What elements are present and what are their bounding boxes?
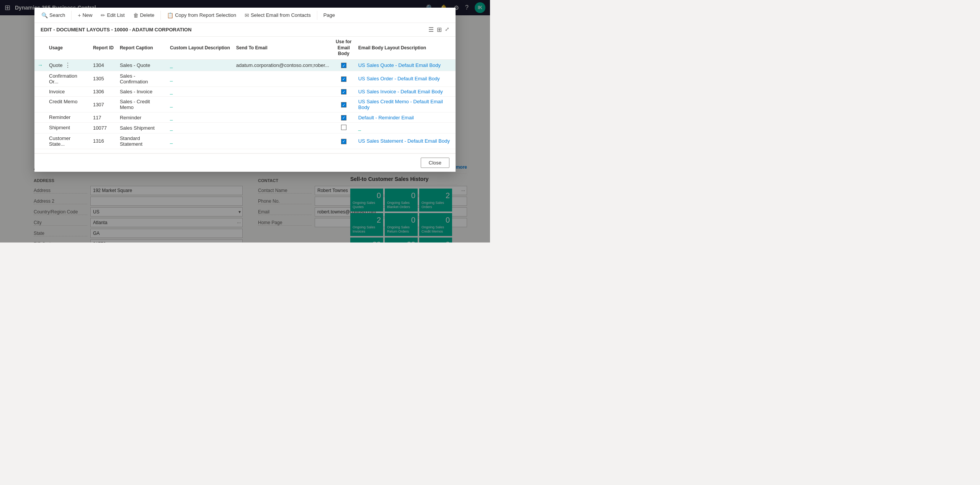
custom-layout-link[interactable]: _ <box>170 76 173 81</box>
row-use-email-body[interactable]: ✓ <box>332 86 355 97</box>
table-row[interactable]: Invoice1306Sales - Invoice_✓US Sales Inv… <box>34 86 456 97</box>
edit-list-button[interactable]: ✏ Edit List <box>97 11 128 20</box>
row-usage: Invoice <box>46 87 90 96</box>
row-report-caption: Sales Shipment <box>117 122 167 133</box>
row-arrow-cell <box>34 122 46 133</box>
list-view-icon[interactable]: ☰ <box>428 26 434 33</box>
table-row[interactable]: →Quote⋮1304Sales - Quote_adatum.corporat… <box>34 59 456 71</box>
checkbox-unchecked[interactable] <box>341 125 346 130</box>
modal-title-icons: ☰ ⊞ ⤢ <box>428 26 449 33</box>
custom-layout-link[interactable]: _ <box>170 115 173 120</box>
delete-icon: 🗑 <box>133 12 139 18</box>
row-send-to-email <box>233 97 332 112</box>
custom-layout-link[interactable]: _ <box>170 89 173 94</box>
table-row[interactable]: Credit Memo1307Sales - Credit Memo_✓US S… <box>34 97 456 112</box>
table-row[interactable]: Shipment10077Sales Shipment__ <box>34 122 456 133</box>
th-report-caption[interactable]: Report Caption <box>117 37 167 59</box>
checkbox-checked[interactable]: ✓ <box>341 76 346 82</box>
checkbox-checked[interactable]: ✓ <box>341 63 346 68</box>
row-report-caption: Sales - Confirmation <box>117 71 167 86</box>
email-body-layout-link[interactable]: US Sales Statement - Default Email Body <box>358 138 450 144</box>
th-usage[interactable]: Usage <box>46 37 90 59</box>
row-custom-layout[interactable]: _ <box>167 71 233 86</box>
th-send-to-email[interactable]: Send To Email <box>233 37 332 59</box>
checkbox-checked[interactable]: ✓ <box>341 115 346 120</box>
th-arrow <box>34 37 46 59</box>
email-body-layout-empty-link[interactable]: _ <box>358 125 361 131</box>
expand-icon[interactable]: ⤢ <box>445 26 449 33</box>
checkbox-checked[interactable]: ✓ <box>341 139 346 144</box>
th-use-for-email-body[interactable]: Use for Email Body <box>332 37 355 59</box>
row-context-menu-icon[interactable]: ⋮ <box>65 62 71 69</box>
custom-layout-link[interactable]: _ <box>170 138 173 144</box>
th-custom-layout[interactable]: Custom Layout Description <box>167 37 233 59</box>
row-email-body-layout: US Sales Statement - Default Email Body <box>355 133 456 149</box>
row-send-to-email <box>233 71 332 86</box>
row-report-id: 1305 <box>90 71 117 86</box>
custom-layout-link[interactable]: _ <box>170 62 173 68</box>
email-body-layout-link[interactable]: US Sales Quote - Default Email Body <box>358 62 441 68</box>
usage-text: Credit Memo <box>49 99 77 104</box>
th-email-body-layout[interactable]: Email Body Layout Description <box>355 37 456 59</box>
row-use-email-body[interactable]: ✓ <box>332 112 355 123</box>
row-custom-layout[interactable]: _ <box>167 112 233 123</box>
checkbox-checked[interactable]: ✓ <box>341 102 346 107</box>
row-report-id: 117 <box>90 112 117 123</box>
select-email-button[interactable]: ✉ Select Email from Contacts <box>241 11 315 20</box>
row-use-email-body[interactable] <box>332 149 355 153</box>
email-body-layout-link[interactable]: US Sales Credit Memo - Default Email Bod… <box>358 99 443 110</box>
usage-text: Shipment <box>49 125 70 130</box>
row-report-caption <box>117 149 167 153</box>
row-custom-layout[interactable]: _ <box>167 59 233 71</box>
row-custom-layout[interactable]: _ <box>167 122 233 133</box>
email-icon: ✉ <box>245 12 249 18</box>
edit-list-icon: ✏ <box>101 12 105 18</box>
table-row[interactable] <box>34 149 456 153</box>
usage-text: Customer State... <box>49 135 87 147</box>
row-arrow-cell <box>34 133 46 149</box>
copy-from-report-button[interactable]: 📋 Copy from Report Selection <box>163 11 240 20</box>
table-row[interactable]: Reminder117Reminder_✓Default - Reminder … <box>34 112 456 123</box>
table-row[interactable]: Confirmation Or...1305Sales - Confirmati… <box>34 71 456 86</box>
row-use-email-body[interactable]: ✓ <box>332 59 355 71</box>
row-report-id <box>90 149 117 153</box>
row-use-email-body[interactable] <box>332 122 355 133</box>
row-use-email-body[interactable]: ✓ <box>332 133 355 149</box>
search-button[interactable]: 🔍 Search <box>38 11 69 20</box>
th-report-id[interactable]: Report ID <box>90 37 117 59</box>
delete-button[interactable]: 🗑 Delete <box>129 11 158 20</box>
row-send-to-email: adatum.corporation@contoso.com;rober... <box>233 59 332 71</box>
row-custom-layout[interactable]: _ <box>167 97 233 112</box>
row-send-to-email <box>233 112 332 123</box>
row-report-caption: Sales - Quote <box>117 59 167 71</box>
row-usage: Shipment <box>46 123 90 132</box>
table-row[interactable]: Customer State...1316Standard Statement_… <box>34 133 456 149</box>
grid-view-icon[interactable]: ⊞ <box>437 26 442 33</box>
new-button[interactable]: + New <box>74 11 96 20</box>
row-use-email-body[interactable]: ✓ <box>332 71 355 86</box>
email-body-layout-link[interactable]: US Sales Invoice - Default Email Body <box>358 89 443 94</box>
modal-title-bar: EDIT - DOCUMENT LAYOUTS - 10000 · ADATUM… <box>34 23 456 37</box>
row-custom-layout[interactable]: _ <box>167 86 233 97</box>
row-custom-layout[interactable]: _ <box>167 133 233 149</box>
row-arrow-cell: → <box>34 59 46 71</box>
close-button[interactable]: Close <box>421 158 449 168</box>
custom-layout-link[interactable]: _ <box>170 102 173 107</box>
table-header-row: Usage Report ID Report Caption Custom La… <box>34 37 456 59</box>
checkbox-checked[interactable]: ✓ <box>341 89 346 94</box>
row-arrow-cell <box>34 71 46 86</box>
row-email-body-layout: _ <box>355 122 456 133</box>
email-body-layout-link[interactable]: US Sales Order - Default Email Body <box>358 76 440 81</box>
custom-layout-link[interactable]: _ <box>170 125 173 131</box>
page-button[interactable]: Page <box>320 11 339 20</box>
email-body-layout-link[interactable]: Default - Reminder Email <box>358 115 414 120</box>
row-report-id: 1306 <box>90 86 117 97</box>
usage-text: Quote <box>49 62 62 68</box>
row-use-email-body[interactable]: ✓ <box>332 97 355 112</box>
row-report-id: 1304 <box>90 59 117 71</box>
row-custom-layout[interactable] <box>167 149 233 153</box>
row-arrow-cell <box>34 97 46 112</box>
row-email-body-layout: US Sales Credit Memo - Default Email Bod… <box>355 97 456 112</box>
table-container: Usage Report ID Report Caption Custom La… <box>34 37 456 153</box>
row-report-caption: Sales - Invoice <box>117 86 167 97</box>
